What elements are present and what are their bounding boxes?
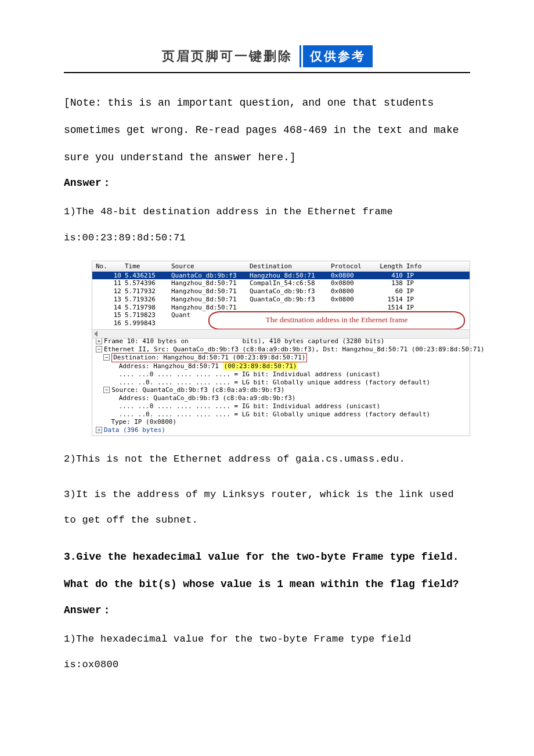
ig-bit-text: .... ...0 .... .... .... .... = IG bit: … [119, 370, 380, 378]
cell-info: IP [406, 296, 466, 304]
packet-row[interactable]: 11 5.574396 Hangzhou_8d:50:71 CompalIn_5… [92, 279, 470, 287]
cell-no: 16 [96, 319, 125, 327]
tree-lg-bit-src[interactable]: .... ..0. .... .... .... .... = LG bit: … [92, 411, 470, 419]
cell-no: 14 [96, 304, 125, 312]
cell-time: 5.719798 [125, 304, 171, 312]
cell-dest: Hangzhou_8d:50:71 [250, 272, 331, 280]
cell-dest [250, 304, 331, 312]
cell-info: IP [406, 272, 466, 280]
cell-len: 1514 [371, 304, 406, 312]
tree-type[interactable]: Type: IP (0x0800) [92, 418, 470, 426]
packet-row[interactable]: 14 5.719798 Hangzhou_8d:50:71 1514 IP [92, 304, 470, 312]
tree-ig-bit[interactable]: .... ...0 .... .... .... .... = IG bit: … [92, 370, 470, 379]
tree-source[interactable]: −Source: QuantaCo_db:9b:f3 (c8:0a:a9:db:… [92, 386, 470, 394]
answer-label-2: Answer： [64, 603, 470, 617]
cell-source: Hangzhou_8d:50:71 [171, 287, 250, 296]
col-protocol[interactable]: Protocol [331, 262, 371, 271]
col-length[interactable]: Length [371, 262, 406, 271]
dest-highlight-box: Destination: Hangzhou_8d:50:71 (00:23:89… [111, 353, 307, 362]
cell-dest: CompalIn_54:c6:58 [250, 279, 331, 287]
answer-q3-1: 1)The hexadecimal value for the two-byte… [64, 627, 470, 678]
cell-time: 5.719326 [125, 296, 171, 304]
collapse-icon[interactable]: − [103, 354, 110, 361]
src-address-text: Address: QuantaCo_db:9b:f3 (c8:0a:a9:db:… [119, 394, 296, 402]
cell-dest: QuantaCo_db:9b:f3 [250, 296, 331, 304]
packet-row[interactable]: 12 5.717932 Hangzhou_8d:50:71 QuantaCo_d… [92, 287, 470, 296]
tree-ig-bit-src[interactable]: .... ...0 .... .... .... .... = IG bit: … [92, 402, 470, 411]
col-source[interactable]: Source [171, 262, 250, 271]
page-header: 页眉页脚可一键删除 仅供参考 [64, 45, 470, 67]
cell-info: IP [406, 279, 466, 287]
cell-time: 5.719823 [125, 311, 171, 319]
cell-no: 15 [96, 311, 125, 319]
cell-info: IP [406, 287, 466, 296]
dest-address-prefix: Address: Hangzhou_8d:50:71 [119, 362, 223, 370]
expand-icon[interactable]: + [96, 338, 102, 344]
cell-info: IP [406, 304, 466, 312]
tree-dest-address[interactable]: Address: Hangzhou_8d:50:71 (00:23:89:8d:… [92, 362, 470, 370]
cell-time: 5.574396 [125, 279, 171, 287]
answer-3: 3)It is the address of my Linksys router… [64, 482, 470, 533]
lg-bit-text: .... ..0. .... .... .... .... = LG bit: … [119, 379, 430, 386]
header-badge-text: 仅供参考 [310, 49, 366, 63]
cell-source: QuantaCo_db:9b:f3 [171, 272, 250, 280]
tree-frame[interactable]: +Frame 10: 410 bytes on bits), 410 bytes… [92, 337, 470, 345]
tree-destination[interactable]: −Destination: Hangzhou_8d:50:71 (00:23:8… [92, 353, 470, 362]
packet-list-header: No. Time Source Destination Protocol Len… [92, 261, 470, 272]
packet-row[interactable]: 13 5.719326 Hangzhou_8d:50:71 QuantaCo_d… [92, 296, 470, 304]
cell-no: 10 [96, 272, 125, 280]
cell-proto: 0x0800 [331, 272, 371, 280]
cell-len: 60 [371, 287, 406, 296]
cell-source: Hangzhou_8d:50:71 [171, 279, 250, 287]
header-badge: 仅供参考 [303, 45, 373, 67]
tree-ethernet[interactable]: −Ethernet II, Src: QuantaCo_db:9b:f3 (c8… [92, 345, 470, 354]
collapse-icon[interactable]: − [103, 387, 110, 393]
tree-lg-bit[interactable]: .... ..0. .... .... .... .... = LG bit: … [92, 379, 470, 387]
cell-proto [331, 304, 371, 312]
cell-source: Hangzhou_8d:50:71 [171, 296, 250, 304]
header-divider [64, 72, 470, 73]
ig-bit-text: .... ...0 .... .... .... .... = IG bit: … [119, 402, 380, 410]
annotation-text: The destination address in the Ethernet … [265, 315, 407, 325]
cell-time: 5.717932 [125, 287, 171, 296]
packet-row[interactable]: 10 5.436215 QuantaCo_db:9b:f3 Hangzhou_8… [92, 272, 470, 280]
cell-dest: QuantaCo_db:9b:f3 [250, 287, 331, 296]
expand-icon[interactable]: + [96, 427, 102, 433]
cell-len: 410 [371, 272, 406, 280]
cell-proto: 0x0800 [331, 296, 371, 304]
wireshark-capture: No. Time Source Destination Protocol Len… [92, 261, 470, 436]
answer-label: Answer： [64, 175, 470, 189]
packet-list-scrollbar[interactable] [92, 329, 470, 339]
cell-proto: 0x0800 [331, 279, 371, 287]
answer-2: 2)This is not the Ethernet address of ga… [64, 447, 470, 472]
tree-ethernet-text: Ethernet II, Src: QuantaCo_db:9b:f3 (c8:… [104, 345, 485, 353]
badge-bar [300, 45, 301, 67]
data-text: Data (396 bytes) [104, 426, 165, 434]
collapse-icon[interactable]: − [96, 346, 102, 352]
col-destination[interactable]: Destination [250, 262, 331, 271]
tree-source-text: Source: QuantaCo_db:9b:f3 (c8:0a:a9:db:9… [111, 386, 284, 394]
header-title: 页眉页脚可一键删除 [162, 48, 293, 65]
col-info[interactable]: Info [406, 262, 466, 271]
cell-no: 11 [96, 279, 125, 287]
col-no[interactable]: No. [96, 262, 125, 271]
answer-1: 1)The 48-bit destination address in the … [64, 199, 470, 250]
type-text: Type: IP (0x0800) [111, 418, 177, 426]
tree-src-address[interactable]: Address: QuantaCo_db:9b:f3 (c8:0a:a9:db:… [92, 394, 470, 402]
cell-len: 1514 [371, 296, 406, 304]
lg-bit-text: .... ..0. .... .... .... .... = LG bit: … [119, 411, 430, 418]
dest-address-highlight: (00:23:89:8d:50:71) [223, 362, 298, 370]
cell-proto: 0x0800 [331, 287, 371, 296]
annotation-oval: The destination address in the Ethernet … [208, 311, 465, 330]
cell-no: 13 [96, 296, 125, 304]
cell-len: 138 [371, 279, 406, 287]
note-paragraph: [Note: this is an important question, an… [64, 89, 470, 171]
col-time[interactable]: Time [125, 262, 171, 271]
cell-no: 12 [96, 287, 125, 296]
cell-time: 5.436215 [125, 272, 171, 280]
tree-data[interactable]: +Data (396 bytes) [92, 426, 470, 434]
cell-source: Hangzhou_8d:50:71 [171, 304, 250, 312]
cell-time: 5.999843 [125, 319, 171, 327]
question-3: 3.Give the hexadecimal value for the two… [64, 543, 470, 598]
packet-detail-pane: +Frame 10: 410 bytes on bits), 410 bytes… [92, 336, 470, 435]
